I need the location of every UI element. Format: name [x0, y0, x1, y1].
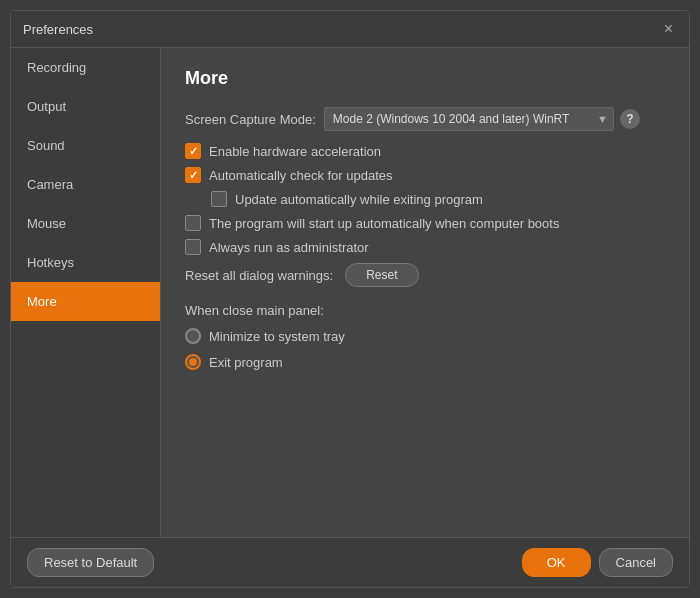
checkbox-hw-accel-label: Enable hardware acceleration: [209, 144, 381, 159]
preferences-dialog: Preferences × Recording Output Sound Cam…: [10, 10, 690, 588]
checkbox-hw-accel[interactable]: Enable hardware acceleration: [185, 143, 665, 159]
sidebar-item-hotkeys[interactable]: Hotkeys: [11, 243, 160, 282]
radio-minimize-tray-input[interactable]: [185, 328, 201, 344]
radio-minimize-tray[interactable]: Minimize to system tray: [185, 328, 665, 344]
checkbox-run-as-admin[interactable]: Always run as administrator: [185, 239, 665, 255]
content-panel: More Screen Capture Mode: Mode 2 (Window…: [161, 48, 689, 537]
sidebar-item-recording[interactable]: Recording: [11, 48, 160, 87]
checkbox-auto-update-exit-label: Update automatically while exiting progr…: [235, 192, 483, 207]
help-button[interactable]: ?: [620, 109, 640, 129]
screen-capture-dropdown[interactable]: Mode 2 (Windows 10 2004 and later) WinRT: [324, 107, 614, 131]
sidebar-item-sound[interactable]: Sound: [11, 126, 160, 165]
title-bar: Preferences ×: [11, 11, 689, 48]
checkbox-auto-start-input[interactable]: [185, 215, 201, 231]
dialog-title: Preferences: [23, 22, 93, 37]
footer-right: OK Cancel: [522, 548, 673, 577]
screen-capture-label: Screen Capture Mode:: [185, 112, 316, 127]
close-panel-section: When close main panel: Minimize to syste…: [185, 303, 665, 370]
radio-exit-program-label: Exit program: [209, 355, 283, 370]
sidebar-item-camera[interactable]: Camera: [11, 165, 160, 204]
reset-warnings-label: Reset all dialog warnings:: [185, 268, 333, 283]
sidebar-item-mouse[interactable]: Mouse: [11, 204, 160, 243]
reset-warnings-button[interactable]: Reset: [345, 263, 418, 287]
checkbox-run-as-admin-input[interactable]: [185, 239, 201, 255]
sidebar-item-more[interactable]: More: [11, 282, 160, 321]
cancel-button[interactable]: Cancel: [599, 548, 673, 577]
radio-exit-program[interactable]: Exit program: [185, 354, 665, 370]
main-content: Recording Output Sound Camera Mouse Hotk…: [11, 48, 689, 537]
checkbox-auto-updates-label: Automatically check for updates: [209, 168, 393, 183]
checkbox-auto-update-exit-input[interactable]: [211, 191, 227, 207]
checkbox-run-as-admin-label: Always run as administrator: [209, 240, 369, 255]
sidebar-item-output[interactable]: Output: [11, 87, 160, 126]
radio-exit-program-input[interactable]: [185, 354, 201, 370]
radio-minimize-tray-label: Minimize to system tray: [209, 329, 345, 344]
close-button[interactable]: ×: [660, 19, 677, 39]
panel-title: More: [185, 68, 665, 89]
ok-button[interactable]: OK: [522, 548, 591, 577]
checkbox-auto-start-label: The program will start up automatically …: [209, 216, 559, 231]
checkbox-hw-accel-input[interactable]: [185, 143, 201, 159]
screen-capture-row: Screen Capture Mode: Mode 2 (Windows 10 …: [185, 107, 665, 131]
checkbox-auto-updates[interactable]: Automatically check for updates: [185, 167, 665, 183]
footer: Reset to Default OK Cancel: [11, 537, 689, 587]
dropdown-wrapper: Mode 2 (Windows 10 2004 and later) WinRT…: [324, 107, 614, 131]
sidebar: Recording Output Sound Camera Mouse Hotk…: [11, 48, 161, 537]
footer-left: Reset to Default: [27, 548, 154, 577]
close-panel-label: When close main panel:: [185, 303, 665, 318]
screen-capture-select-wrapper: Mode 2 (Windows 10 2004 and later) WinRT…: [324, 107, 640, 131]
reset-to-default-button[interactable]: Reset to Default: [27, 548, 154, 577]
reset-row: Reset all dialog warnings: Reset: [185, 263, 665, 287]
checkbox-auto-update-exit[interactable]: Update automatically while exiting progr…: [211, 191, 665, 207]
checkbox-auto-updates-input[interactable]: [185, 167, 201, 183]
checkbox-auto-start[interactable]: The program will start up automatically …: [185, 215, 665, 231]
